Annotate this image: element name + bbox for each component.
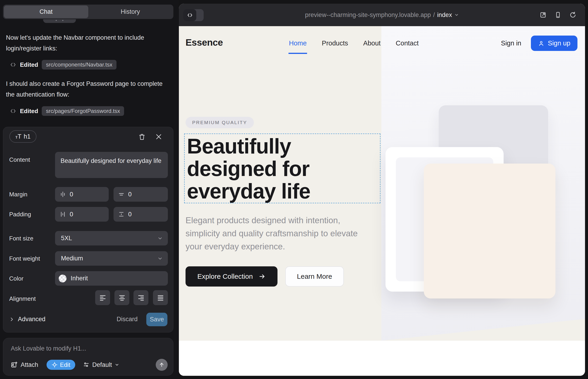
align-left-button[interactable] [95, 290, 110, 305]
tab-history[interactable]: History [88, 5, 173, 18]
edited-label: Edited [20, 108, 38, 115]
discard-button[interactable]: Discard [117, 316, 138, 323]
nav-link-products[interactable]: Products [322, 39, 348, 47]
selected-element-tag[interactable]: тT h1 [9, 130, 36, 143]
transparent-swatch-icon [59, 275, 66, 283]
attach-button[interactable]: Attach [11, 361, 38, 368]
margin-label: Margin [9, 191, 27, 198]
hero-paragraph: Elegant products designed with intention… [186, 214, 369, 253]
advanced-toggle[interactable]: Advanced [9, 316, 46, 323]
code-preview-toggle[interactable] [183, 9, 204, 21]
chevron-down-icon [157, 256, 163, 261]
url-domain: preview--charming-site-symphony.lovable.… [305, 12, 431, 19]
padding-x-value: 0 [70, 211, 73, 218]
mode-label: Default [92, 361, 112, 368]
sliders-icon [83, 362, 90, 368]
learn-more-button[interactable]: Learn More [285, 266, 344, 286]
hero-badge: PREMIUM QUALITY [186, 117, 254, 128]
color-select[interactable]: Inherit [55, 271, 168, 286]
sign-in-link[interactable]: Sign in [501, 39, 521, 47]
attach-label: Attach [21, 361, 38, 368]
margin-y-value: 0 [128, 191, 132, 198]
align-justify-button[interactable] [153, 290, 168, 305]
align-center-button[interactable] [114, 290, 129, 305]
align-right-button[interactable] [134, 290, 148, 305]
site-nav: Home Products About Contact [289, 39, 419, 47]
mode-select[interactable]: Default [83, 361, 119, 368]
font-weight-label: Font weight [9, 255, 40, 262]
font-weight-select[interactable]: Medium [55, 251, 168, 266]
dot [56, 20, 57, 21]
sign-up-button[interactable]: Sign up [531, 35, 577, 51]
content-label: Content [9, 156, 30, 163]
scrolled-chip-partial [43, 19, 76, 23]
edited-file-row[interactable]: Edited src/components/Navbar.tsx [10, 60, 117, 69]
composer-placeholder[interactable]: Ask Lovable to modify H1... [11, 345, 86, 352]
padding-vertical-icon [118, 211, 124, 218]
chat-message: Now let's update the Navbar component to… [6, 32, 168, 54]
file-chip[interactable]: src/pages/ForgotPassword.tsx [42, 106, 124, 116]
tab-chat[interactable]: Chat [4, 5, 88, 18]
open-external-icon[interactable] [540, 12, 546, 18]
close-icon[interactable] [155, 133, 162, 141]
site-auth: Sign in Sign up [501, 35, 577, 51]
arrow-right-icon [259, 273, 265, 280]
preview-window: preview--charming-site-symphony.lovable.… [179, 4, 585, 376]
margin-x-value: 0 [70, 191, 73, 198]
padding-label: Padding [9, 211, 31, 218]
font-size-select[interactable]: 5XL [55, 231, 168, 245]
site-logo[interactable]: Essence [186, 37, 223, 48]
edit-mode-button[interactable]: Edit [46, 360, 76, 370]
code-icon [183, 9, 196, 21]
typography-icon: тT [15, 133, 21, 140]
edited-label: Edited [20, 61, 38, 68]
chat-message: I should also create a Forgot Password p… [6, 79, 168, 100]
user-icon [538, 40, 544, 47]
image-plus-icon [11, 361, 18, 368]
composer-toolbar: Attach Edit Default [11, 359, 168, 371]
chevron-down-icon [454, 13, 459, 17]
color-label: Color [9, 275, 23, 282]
font-size-value: 5XL [61, 235, 72, 242]
mobile-view-icon[interactable] [555, 12, 561, 18]
sign-up-label: Sign up [548, 39, 570, 47]
hero-cta-row: Explore Collection Learn More [186, 266, 344, 286]
advanced-label: Advanced [18, 316, 46, 323]
send-button[interactable] [156, 359, 168, 371]
chevron-down-icon [115, 363, 119, 367]
chevron-right-icon [9, 317, 14, 322]
cream-wedge-shape [381, 319, 585, 341]
chrome-actions [540, 4, 576, 26]
margin-horizontal-icon [60, 191, 66, 198]
element-editor-panel: тT h1 Content Beautifully designed for e… [3, 127, 173, 332]
site-canvas: Essence Home Products About Contact Sign… [179, 26, 585, 376]
chat-sidebar: Chat History Now let's update the Navbar… [0, 0, 179, 379]
color-value: Inherit [71, 275, 88, 282]
padding-horizontal-icon [60, 211, 66, 218]
delete-element-button[interactable] [138, 133, 146, 141]
save-button[interactable]: Save [146, 313, 167, 326]
margin-y-input[interactable]: 0 [113, 187, 168, 202]
edited-file-row[interactable]: Edited src/pages/ForgotPassword.tsx [10, 106, 124, 116]
section-below-hero [179, 341, 585, 376]
file-chip[interactable]: src/components/Navbar.tsx [42, 60, 116, 69]
nav-link-home[interactable]: Home [289, 39, 307, 47]
refresh-icon[interactable] [569, 12, 576, 18]
chat-composer[interactable]: Ask Lovable to modify H1... Attach Edit … [3, 338, 173, 376]
tag-name: h1 [24, 133, 31, 140]
padding-y-value: 0 [128, 211, 132, 218]
beige-card-shape [424, 164, 556, 299]
margin-x-input[interactable]: 0 [55, 187, 109, 202]
explore-collection-button[interactable]: Explore Collection [186, 266, 278, 286]
font-weight-value: Medium [61, 255, 83, 262]
hero-heading[interactable]: Beautifully designed for everyday life [185, 134, 380, 202]
nav-link-contact[interactable]: Contact [396, 39, 419, 47]
content-input[interactable]: Beautifully designed for everyday life [55, 152, 168, 178]
sidebar-tabs: Chat History [3, 5, 173, 19]
url-separator: / [433, 12, 435, 19]
target-icon [52, 362, 58, 368]
url-bar[interactable]: preview--charming-site-symphony.lovable.… [305, 12, 459, 19]
padding-x-input[interactable]: 0 [55, 207, 109, 222]
padding-y-input[interactable]: 0 [113, 207, 168, 222]
nav-link-about[interactable]: About [363, 39, 381, 47]
